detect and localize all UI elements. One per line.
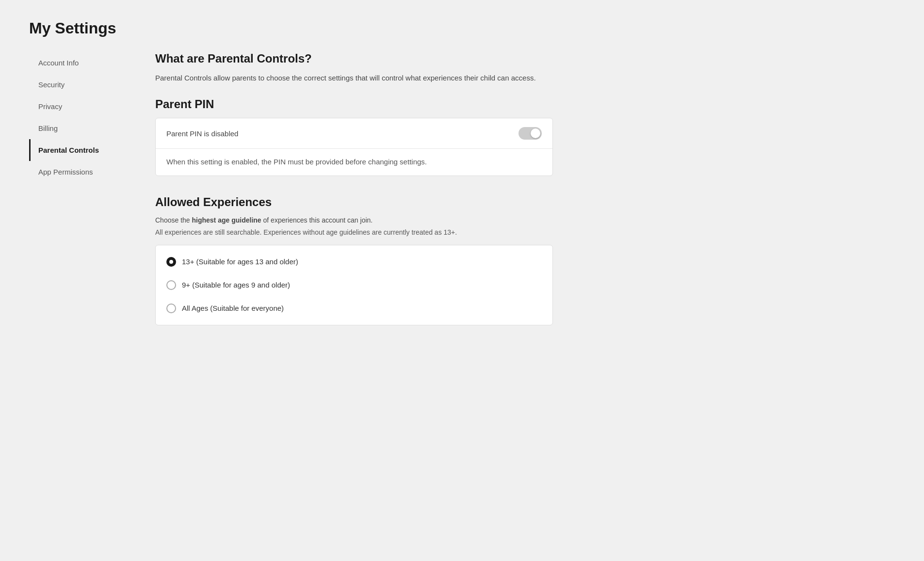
radio-option-9plus[interactable]: 9+ (Suitable for ages 9 and older)	[156, 273, 552, 297]
sidebar: Account Info Security Privacy Billing Pa…	[29, 52, 136, 325]
radio-label-9plus: 9+ (Suitable for ages 9 and older)	[182, 281, 290, 289]
sidebar-item-account-info[interactable]: Account Info	[29, 52, 136, 74]
page-title: My Settings	[29, 19, 895, 37]
pin-card-label: Parent PIN is disabled	[166, 129, 238, 138]
experiences-note: All experiences are still searchable. Ex…	[155, 228, 553, 236]
intro-heading: What are Parental Controls?	[155, 52, 553, 65]
intro-description: Parental Controls allow parents to choos…	[155, 72, 553, 84]
experiences-description: Choose the highest age guideline of expe…	[155, 215, 553, 225]
radio-option-13plus[interactable]: 13+ (Suitable for ages 13 and older)	[156, 250, 552, 273]
experiences-heading: Allowed Experiences	[155, 195, 553, 209]
sidebar-item-parental-controls[interactable]: Parental Controls	[29, 139, 136, 161]
experiences-desc-suffix: of experiences this account can join.	[261, 216, 373, 224]
sidebar-item-security[interactable]: Security	[29, 74, 136, 96]
page-container: My Settings Account Info Security Privac…	[0, 0, 924, 345]
sidebar-item-billing[interactable]: Billing	[29, 117, 136, 139]
pin-section-heading: Parent PIN	[155, 97, 553, 111]
sidebar-item-app-permissions[interactable]: App Permissions	[29, 161, 136, 183]
radio-circle-all-ages	[166, 304, 176, 313]
experiences-desc-prefix: Choose the	[155, 216, 192, 224]
radio-option-all-ages[interactable]: All Ages (Suitable for everyone)	[156, 297, 552, 320]
pin-card: Parent PIN is disabled When this setting…	[155, 118, 553, 176]
sidebar-item-privacy[interactable]: Privacy	[29, 96, 136, 117]
experiences-desc-bold: highest age guideline	[192, 216, 261, 224]
main-content: What are Parental Controls? Parental Con…	[136, 52, 572, 325]
pin-card-row: Parent PIN is disabled	[156, 118, 552, 148]
radio-circle-9plus	[166, 280, 176, 290]
pin-card-footer: When this setting is enabled, the PIN mu…	[156, 149, 552, 176]
radio-label-all-ages: All Ages (Suitable for everyone)	[182, 304, 284, 312]
toggle-thumb	[531, 128, 540, 138]
radio-circle-13plus	[166, 257, 176, 267]
experiences-radio-card: 13+ (Suitable for ages 13 and older) 9+ …	[155, 245, 553, 325]
radio-label-13plus: 13+ (Suitable for ages 13 and older)	[182, 257, 298, 266]
main-layout: Account Info Security Privacy Billing Pa…	[29, 52, 895, 325]
pin-toggle[interactable]	[519, 127, 542, 140]
